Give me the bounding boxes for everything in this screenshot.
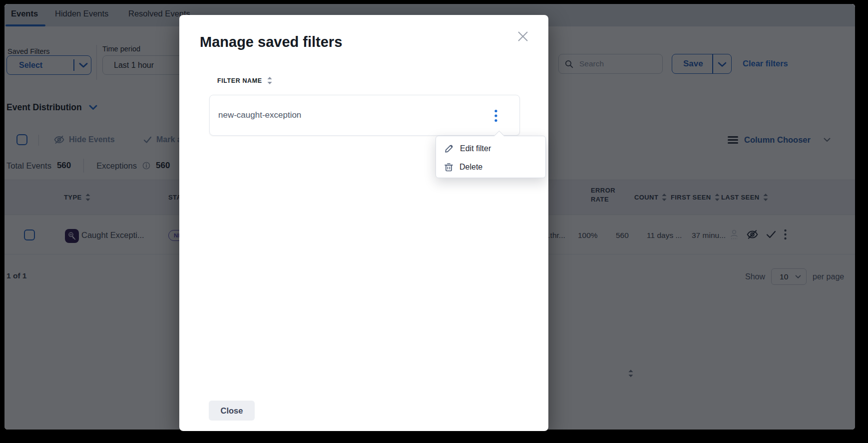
trash-icon [444, 163, 453, 172]
saved-filter-name: new-caught-exception [218, 95, 301, 135]
filter-name-header-label: FILTER NAME [217, 77, 262, 84]
screen: Events Hidden Events Resolved Events Sav… [0, 0, 868, 443]
saved-filter-row: new-caught-exception [209, 95, 520, 136]
filter-kebab-button[interactable] [489, 109, 503, 123]
delete-filter-label: Delete [459, 163, 482, 172]
delete-filter-menu-item[interactable]: Delete [436, 158, 545, 176]
filter-actions-menu: Edit filter Delete [435, 136, 546, 178]
modal-title: Manage saved filters [200, 34, 342, 50]
modal-close-icon[interactable] [515, 29, 530, 44]
sort-icon [267, 77, 272, 84]
pencil-icon [444, 144, 453, 153]
modal-close-button[interactable]: Close [209, 401, 255, 421]
edit-filter-menu-item[interactable]: Edit filter [436, 139, 545, 158]
filter-name-column-header[interactable]: FILTER NAME [217, 77, 272, 84]
manage-saved-filters-modal: Manage saved filters FILTER NAME new-cau… [179, 15, 548, 431]
kebab-icon [494, 109, 497, 122]
edit-filter-label: Edit filter [460, 144, 491, 153]
